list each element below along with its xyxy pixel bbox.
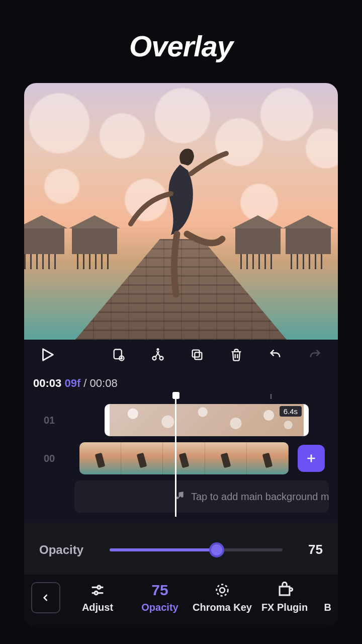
svg-rect-0 xyxy=(114,350,122,359)
audio-track-empty[interactable]: Tap to add main background m xyxy=(74,480,329,513)
opacity-slider-thumb[interactable] xyxy=(209,542,224,557)
split-icon[interactable] xyxy=(149,346,167,364)
svg-rect-6 xyxy=(193,350,200,357)
current-time: 00:03 xyxy=(33,377,61,389)
tab-fx-plugin[interactable]: FX Plugin xyxy=(259,582,310,613)
page-title: Overlay xyxy=(0,29,362,63)
timeline[interactable]: 01 6.4s 00 xyxy=(24,394,338,523)
add-clip-button[interactable] xyxy=(298,445,325,472)
timeline-playhead[interactable] xyxy=(175,394,176,517)
opacity-value: 75 xyxy=(298,542,323,557)
svg-point-8 xyxy=(95,592,98,595)
track-label-overlay: 01 xyxy=(24,415,74,426)
video-track-row: 00 xyxy=(24,442,338,474)
clip-duration-badge: 6.4s xyxy=(280,406,302,417)
opacity-slider-fill xyxy=(110,548,217,551)
tab-label: FX Plugin xyxy=(261,602,308,613)
editor-container: 00:03 09f / 00:08 01 6.4s 00 xyxy=(24,83,338,627)
sliders-icon xyxy=(89,582,106,599)
track-label-video: 00 xyxy=(24,453,74,464)
clip-handle-left[interactable] xyxy=(106,415,108,426)
video-preview[interactable] xyxy=(24,83,338,340)
tab-label: Opacity xyxy=(141,602,178,613)
total-time: 00:08 xyxy=(90,377,118,389)
back-button[interactable] xyxy=(31,582,60,613)
music-note-icon xyxy=(175,491,185,503)
svg-rect-5 xyxy=(195,352,202,359)
play-button[interactable] xyxy=(38,346,56,364)
tab-adjust[interactable]: Adjust xyxy=(72,582,123,613)
svg-point-7 xyxy=(98,586,101,589)
clip-handle-right[interactable] xyxy=(305,415,307,426)
tab-label: Blendi xyxy=(324,602,331,613)
video-clip[interactable] xyxy=(79,442,289,474)
tab-chroma-key[interactable]: Chroma Key xyxy=(197,582,247,613)
audio-track-row: Tap to add main background m xyxy=(24,480,338,513)
svg-point-10 xyxy=(217,585,228,596)
time-readout: 00:03 09f / 00:08 xyxy=(24,372,338,394)
audio-hint-text: Tap to add main background m xyxy=(191,491,329,503)
trash-icon[interactable] xyxy=(227,346,245,364)
current-frames: 09f xyxy=(64,377,80,389)
overlay-clip[interactable]: 6.4s xyxy=(105,404,309,436)
svg-point-9 xyxy=(220,588,225,593)
tab-opacity[interactable]: 75 Opacity xyxy=(135,582,185,613)
opacity-value-icon: 75 xyxy=(151,582,168,599)
tab-blending[interactable]: Blendi xyxy=(322,582,331,613)
preview-toolbar xyxy=(24,340,338,372)
undo-icon[interactable] xyxy=(266,346,285,364)
dancer-figure xyxy=(121,143,241,304)
opacity-label: Opacity xyxy=(39,543,95,557)
chroma-key-icon xyxy=(214,582,231,599)
timeline-ruler[interactable] xyxy=(24,394,338,401)
redo-icon xyxy=(306,346,324,364)
add-keyframe-icon[interactable] xyxy=(110,346,128,364)
bottom-tab-bar: Adjust 75 Opacity Chroma Key xyxy=(24,575,338,627)
svg-point-4 xyxy=(157,349,159,350)
overlay-track-row: 01 6.4s xyxy=(24,404,338,436)
plugin-icon xyxy=(276,582,293,599)
duplicate-icon[interactable] xyxy=(188,346,206,364)
opacity-slider[interactable] xyxy=(110,548,283,551)
tab-label: Adjust xyxy=(82,602,113,613)
opacity-panel: Opacity 75 xyxy=(24,523,338,575)
tab-label: Chroma Key xyxy=(193,602,252,613)
